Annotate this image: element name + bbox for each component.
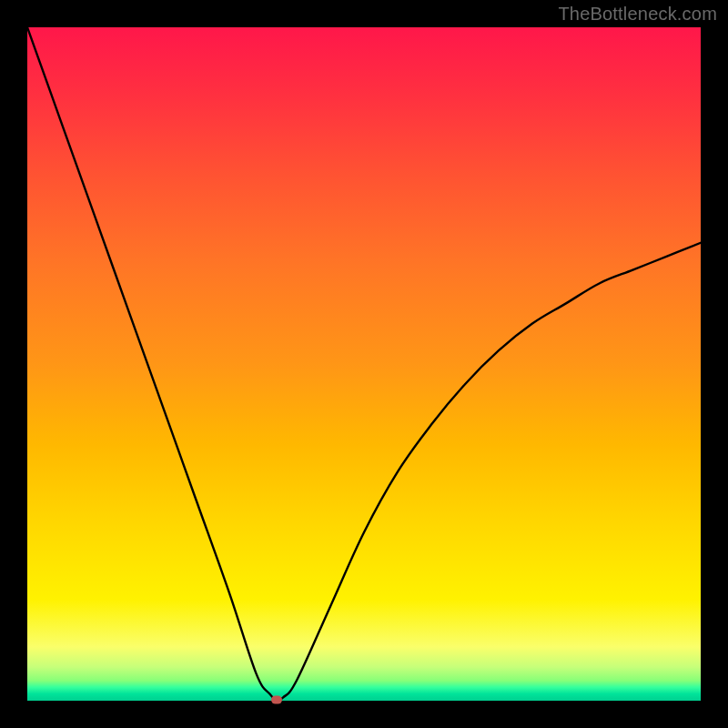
chart-frame: TheBottleneck.com	[0, 0, 728, 728]
bottleneck-curve	[27, 27, 701, 700]
minimum-marker	[271, 695, 282, 703]
watermark-text: TheBottleneck.com	[558, 4, 717, 25]
curve-svg	[27, 27, 701, 701]
plot-area	[27, 27, 701, 701]
